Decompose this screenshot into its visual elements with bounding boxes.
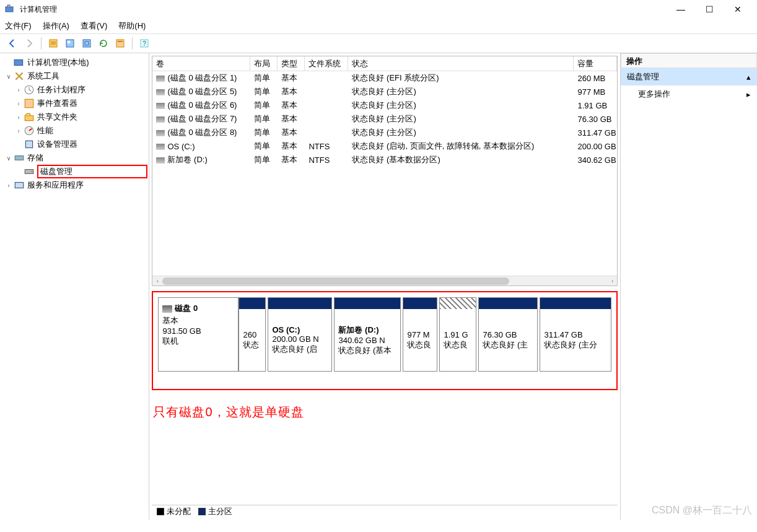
legend-primary: 主分区	[208, 507, 232, 516]
tree-services-apps[interactable]: ›服务和应用程序	[1, 178, 147, 192]
volume-row[interactable]: (磁盘 0 磁盘分区 6)简单基本状态良好 (主分区)1.91 GB	[152, 98, 617, 112]
volume-icon	[156, 116, 165, 123]
menu-view[interactable]: 查看(V)	[81, 20, 107, 32]
volume-icon	[156, 89, 165, 95]
minimize-button[interactable]: —	[667, 0, 695, 19]
menu-help[interactable]: 帮助(H)	[118, 20, 146, 32]
svg-rect-18	[15, 183, 24, 188]
disk-graphic: 磁盘 0 基本 931.50 GB 联机 260状态OS (C:)200.00 …	[152, 291, 618, 390]
legend: 未分配 主分区	[152, 505, 618, 517]
disk-size: 931.50 GB	[162, 326, 234, 336]
volume-row[interactable]: (磁盘 0 磁盘分区 7)简单基本状态良好 (主分区)76.30 GB	[152, 112, 617, 126]
actions-more[interactable]: 更多操作▸	[621, 85, 757, 103]
col-volume[interactable]: 卷	[152, 56, 250, 71]
col-capacity[interactable]: 容量	[574, 56, 617, 71]
volume-icon	[156, 144, 165, 150]
svg-rect-14	[25, 141, 32, 147]
tree-event-viewer[interactable]: ›事件查看器	[1, 97, 147, 110]
menu-bar: 文件(F) 操作(A) 查看(V) 帮助(H)	[0, 19, 757, 33]
svg-rect-7	[118, 41, 123, 42]
main-content: 卷 布局 类型 文件系统 状态 容量 (磁盘 0 磁盘分区 1)简单基本状态良好…	[149, 53, 621, 520]
partition[interactable]: OS (C:)200.00 GB N状态良好 (启	[268, 297, 332, 372]
watermark: CSDN @林一百二十八	[652, 504, 752, 517]
disk-info[interactable]: 磁盘 0 基本 931.50 GB 联机	[158, 297, 238, 372]
partition[interactable]: 新加卷 (D:)340.62 GB N状态良好 (基本	[334, 297, 401, 372]
tree-device-manager[interactable]: 设备管理器	[1, 137, 147, 151]
partition[interactable]: 1.91 G状态良	[439, 297, 476, 372]
svg-point-17	[31, 171, 32, 172]
refresh-button[interactable]	[96, 36, 111, 51]
partition[interactable]: 260状态	[238, 297, 266, 372]
app-icon	[5, 4, 15, 14]
tree-storage[interactable]: ∨存储	[1, 151, 147, 165]
volume-row[interactable]: (磁盘 0 磁盘分区 8)简单基本状态良好 (主分区)311.47 GB	[152, 126, 617, 139]
volume-row[interactable]: 新加卷 (D:)简单基本NTFS状态良好 (基本数据分区)340.62 GB	[152, 153, 617, 167]
disk-type: 基本	[162, 315, 234, 326]
menu-file[interactable]: 文件(F)	[5, 20, 32, 32]
menu-action[interactable]: 操作(A)	[43, 20, 69, 32]
col-layout[interactable]: 布局	[250, 56, 278, 71]
svg-text:?: ?	[142, 40, 146, 47]
tree-system-tools[interactable]: ∨系统工具	[1, 69, 147, 83]
volume-row[interactable]: (磁盘 0 磁盘分区 5)简单基本状态良好 (主分区)977 MB	[152, 85, 617, 98]
tree-shared-folders[interactable]: ›共享文件夹	[1, 110, 147, 124]
partition[interactable]: 977 M状态良	[403, 297, 437, 372]
disk-status: 联机	[162, 336, 234, 347]
svg-rect-6	[116, 40, 124, 47]
maximize-button[interactable]: ☐	[695, 0, 724, 19]
tree-panel: 计算机管理(本地) ∨系统工具 ›任务计划程序 ›事件查看器 ›共享文件夹 ›性…	[0, 53, 149, 520]
scroll-right-icon[interactable]: ›	[607, 276, 617, 286]
svg-rect-15	[15, 156, 24, 160]
col-status[interactable]: 状态	[348, 56, 574, 71]
legend-primary-swatch	[198, 508, 206, 515]
actions-disk-mgmt[interactable]: 磁盘管理▴	[621, 68, 757, 85]
toolbar-button-3[interactable]	[79, 36, 94, 51]
window-titlebar: 计算机管理 — ☐ ✕	[0, 0, 757, 19]
partition[interactable]: 76.30 GB状态良好 (主	[478, 297, 538, 372]
window-title: 计算机管理	[20, 4, 667, 15]
horizontal-scrollbar[interactable]: ‹ ›	[152, 276, 617, 286]
back-button[interactable]	[5, 36, 20, 51]
volume-icon	[156, 130, 165, 136]
col-filesystem[interactable]: 文件系统	[305, 56, 348, 71]
tree-disk-management[interactable]: 磁盘管理	[1, 165, 147, 178]
tree-performance[interactable]: ›性能	[1, 124, 147, 137]
close-button[interactable]: ✕	[724, 0, 752, 19]
volume-row[interactable]: (磁盘 0 磁盘分区 1)简单基本状态良好 (EFI 系统分区)260 MB	[152, 71, 617, 85]
help-button[interactable]: ?	[137, 36, 152, 51]
scroll-left-icon[interactable]: ‹	[152, 276, 162, 286]
disk-label: 磁盘 0	[175, 303, 198, 313]
svg-rect-5	[83, 40, 90, 47]
toolbar-button-4[interactable]	[113, 36, 128, 51]
svg-rect-10	[14, 60, 23, 66]
annotation-text: 只有磁盘0，这就是单硬盘	[152, 404, 618, 421]
forward-button[interactable]	[22, 36, 37, 51]
volume-icon	[156, 157, 165, 164]
toolbar-button-1[interactable]	[46, 36, 61, 51]
partition[interactable]: 311.47 GB状态良好 (主分	[540, 297, 611, 372]
legend-unallocated-swatch	[157, 508, 164, 515]
svg-rect-4	[68, 41, 70, 43]
actions-panel: 操作 磁盘管理▴ 更多操作▸	[621, 53, 757, 520]
legend-unallocated: 未分配	[167, 507, 191, 516]
volumes-header: 卷 布局 类型 文件系统 状态 容量	[152, 56, 617, 71]
volume-icon	[156, 103, 165, 109]
volumes-table: 卷 布局 类型 文件系统 状态 容量 (磁盘 0 磁盘分区 1)简单基本状态良好…	[152, 56, 618, 286]
scrollbar-thumb[interactable]	[162, 277, 509, 285]
toolbar: ?	[0, 33, 757, 53]
svg-rect-2	[50, 40, 57, 47]
actions-header: 操作	[621, 53, 757, 68]
col-type[interactable]: 类型	[278, 56, 305, 71]
disk-icon	[162, 305, 172, 313]
submenu-icon: ▸	[746, 90, 751, 99]
volume-row[interactable]: OS (C:)简单基本NTFS状态良好 (启动, 页面文件, 故障转储, 基本数…	[152, 139, 617, 153]
tree-root[interactable]: 计算机管理(本地)	[1, 56, 147, 69]
svg-rect-1	[7, 5, 10, 7]
svg-rect-12	[25, 99, 33, 108]
volume-icon	[156, 76, 165, 82]
tree-task-scheduler[interactable]: ›任务计划程序	[1, 83, 147, 97]
collapse-icon: ▴	[746, 72, 751, 82]
toolbar-button-2[interactable]	[63, 36, 77, 51]
